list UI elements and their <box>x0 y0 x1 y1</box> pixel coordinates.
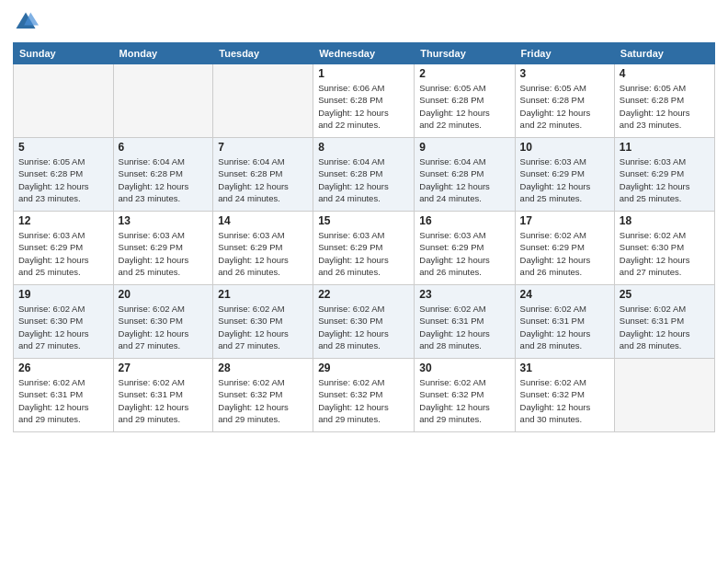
day-info: Sunrise: 6:02 AM Sunset: 6:30 PM Dayligh… <box>218 303 308 351</box>
day-number: 25 <box>620 288 710 301</box>
calendar-cell: 9Sunrise: 6:04 AM Sunset: 6:28 PM Daylig… <box>415 138 515 212</box>
day-info: Sunrise: 6:02 AM Sunset: 6:31 PM Dayligh… <box>419 303 509 351</box>
day-number: 9 <box>419 141 509 154</box>
calendar-cell: 12Sunrise: 6:03 AM Sunset: 6:29 PM Dayli… <box>14 212 114 285</box>
calendar-cell: 7Sunrise: 6:04 AM Sunset: 6:28 PM Daylig… <box>213 138 313 212</box>
day-number: 26 <box>18 362 108 374</box>
calendar-cell <box>113 64 213 138</box>
calendar-cell <box>14 64 114 138</box>
calendar-week-3: 12Sunrise: 6:03 AM Sunset: 6:29 PM Dayli… <box>14 212 715 285</box>
calendar-cell: 17Sunrise: 6:02 AM Sunset: 6:29 PM Dayli… <box>515 212 614 285</box>
day-number: 12 <box>18 214 108 227</box>
calendar-week-2: 5Sunrise: 6:05 AM Sunset: 6:28 PM Daylig… <box>14 138 715 212</box>
day-number: 7 <box>218 141 308 154</box>
weekday-header-wednesday: Wednesday <box>313 43 415 64</box>
header <box>13 9 715 35</box>
day-info: Sunrise: 6:02 AM Sunset: 6:31 PM Dayligh… <box>119 376 209 425</box>
weekday-header-sunday: Sunday <box>14 43 114 64</box>
day-number: 8 <box>318 141 409 154</box>
day-number: 4 <box>620 67 710 80</box>
day-info: Sunrise: 6:02 AM Sunset: 6:32 PM Dayligh… <box>419 376 509 425</box>
day-number: 19 <box>18 288 108 301</box>
calendar-cell: 25Sunrise: 6:02 AM Sunset: 6:31 PM Dayli… <box>614 285 714 359</box>
calendar-cell: 5Sunrise: 6:05 AM Sunset: 6:28 PM Daylig… <box>14 138 114 212</box>
calendar-cell: 15Sunrise: 6:03 AM Sunset: 6:29 PM Dayli… <box>313 212 415 285</box>
day-info: Sunrise: 6:02 AM Sunset: 6:31 PM Dayligh… <box>520 303 609 351</box>
day-number: 17 <box>520 214 609 227</box>
day-info: Sunrise: 6:02 AM Sunset: 6:31 PM Dayligh… <box>18 376 108 425</box>
day-number: 1 <box>318 67 409 80</box>
calendar-cell: 20Sunrise: 6:02 AM Sunset: 6:30 PM Dayli… <box>113 285 213 359</box>
day-info: Sunrise: 6:02 AM Sunset: 6:30 PM Dayligh… <box>18 303 108 351</box>
calendar-cell: 4Sunrise: 6:05 AM Sunset: 6:28 PM Daylig… <box>614 64 714 138</box>
day-number: 3 <box>520 67 609 80</box>
calendar-cell: 16Sunrise: 6:03 AM Sunset: 6:29 PM Dayli… <box>415 212 515 285</box>
weekday-header-monday: Monday <box>113 43 213 64</box>
weekday-header-friday: Friday <box>515 43 614 64</box>
calendar-cell: 23Sunrise: 6:02 AM Sunset: 6:31 PM Dayli… <box>415 285 515 359</box>
calendar-cell: 31Sunrise: 6:02 AM Sunset: 6:32 PM Dayli… <box>515 359 614 432</box>
day-info: Sunrise: 6:05 AM Sunset: 6:28 PM Dayligh… <box>520 82 609 131</box>
day-info: Sunrise: 6:03 AM Sunset: 6:29 PM Dayligh… <box>318 229 409 278</box>
calendar-cell: 14Sunrise: 6:03 AM Sunset: 6:29 PM Dayli… <box>213 212 313 285</box>
day-info: Sunrise: 6:03 AM Sunset: 6:29 PM Dayligh… <box>419 229 509 278</box>
calendar-cell: 27Sunrise: 6:02 AM Sunset: 6:31 PM Dayli… <box>113 359 213 432</box>
calendar-cell: 29Sunrise: 6:02 AM Sunset: 6:32 PM Dayli… <box>313 359 415 432</box>
day-number: 29 <box>318 362 409 374</box>
calendar-cell: 11Sunrise: 6:03 AM Sunset: 6:29 PM Dayli… <box>614 138 714 212</box>
weekday-header-row: SundayMondayTuesdayWednesdayThursdayFrid… <box>14 43 715 64</box>
calendar-cell <box>614 359 714 432</box>
day-info: Sunrise: 6:04 AM Sunset: 6:28 PM Dayligh… <box>419 155 509 204</box>
day-number: 28 <box>218 362 308 374</box>
day-info: Sunrise: 6:02 AM Sunset: 6:30 PM Dayligh… <box>119 303 209 351</box>
day-info: Sunrise: 6:02 AM Sunset: 6:32 PM Dayligh… <box>520 376 609 425</box>
day-info: Sunrise: 6:05 AM Sunset: 6:28 PM Dayligh… <box>419 82 509 131</box>
day-info: Sunrise: 6:03 AM Sunset: 6:29 PM Dayligh… <box>520 155 609 204</box>
calendar-cell: 24Sunrise: 6:02 AM Sunset: 6:31 PM Dayli… <box>515 285 614 359</box>
day-info: Sunrise: 6:02 AM Sunset: 6:32 PM Dayligh… <box>318 376 409 425</box>
calendar-cell: 8Sunrise: 6:04 AM Sunset: 6:28 PM Daylig… <box>313 138 415 212</box>
calendar-cell: 21Sunrise: 6:02 AM Sunset: 6:30 PM Dayli… <box>213 285 313 359</box>
day-number: 20 <box>119 288 209 301</box>
day-info: Sunrise: 6:05 AM Sunset: 6:28 PM Dayligh… <box>620 82 710 131</box>
calendar-cell: 1Sunrise: 6:06 AM Sunset: 6:28 PM Daylig… <box>313 64 415 138</box>
calendar-cell: 30Sunrise: 6:02 AM Sunset: 6:32 PM Dayli… <box>415 359 515 432</box>
day-number: 5 <box>18 141 108 154</box>
day-number: 27 <box>119 362 209 374</box>
weekday-header-saturday: Saturday <box>614 43 714 64</box>
day-number: 16 <box>419 214 509 227</box>
day-info: Sunrise: 6:05 AM Sunset: 6:28 PM Dayligh… <box>18 155 108 204</box>
day-info: Sunrise: 6:02 AM Sunset: 6:31 PM Dayligh… <box>620 303 710 351</box>
day-info: Sunrise: 6:03 AM Sunset: 6:29 PM Dayligh… <box>18 229 108 278</box>
day-number: 18 <box>620 214 710 227</box>
weekday-header-tuesday: Tuesday <box>213 43 313 64</box>
day-info: Sunrise: 6:03 AM Sunset: 6:29 PM Dayligh… <box>218 229 308 278</box>
calendar-cell: 2Sunrise: 6:05 AM Sunset: 6:28 PM Daylig… <box>415 64 515 138</box>
calendar-cell: 19Sunrise: 6:02 AM Sunset: 6:30 PM Dayli… <box>14 285 114 359</box>
weekday-header-thursday: Thursday <box>415 43 515 64</box>
day-number: 6 <box>119 141 209 154</box>
calendar-cell: 13Sunrise: 6:03 AM Sunset: 6:29 PM Dayli… <box>113 212 213 285</box>
day-number: 10 <box>520 141 609 154</box>
day-number: 11 <box>620 141 710 154</box>
calendar-table: SundayMondayTuesdayWednesdayThursdayFrid… <box>13 42 715 432</box>
calendar-cell: 18Sunrise: 6:02 AM Sunset: 6:30 PM Dayli… <box>614 212 714 285</box>
day-info: Sunrise: 6:02 AM Sunset: 6:29 PM Dayligh… <box>520 229 609 278</box>
day-number: 13 <box>119 214 209 227</box>
calendar-week-5: 26Sunrise: 6:02 AM Sunset: 6:31 PM Dayli… <box>14 359 715 432</box>
day-info: Sunrise: 6:02 AM Sunset: 6:30 PM Dayligh… <box>318 303 409 351</box>
day-number: 23 <box>419 288 509 301</box>
calendar-cell: 28Sunrise: 6:02 AM Sunset: 6:32 PM Dayli… <box>213 359 313 432</box>
calendar-cell: 6Sunrise: 6:04 AM Sunset: 6:28 PM Daylig… <box>113 138 213 212</box>
calendar-cell: 3Sunrise: 6:05 AM Sunset: 6:28 PM Daylig… <box>515 64 614 138</box>
day-info: Sunrise: 6:04 AM Sunset: 6:28 PM Dayligh… <box>318 155 409 204</box>
logo-icon <box>13 9 39 35</box>
day-number: 14 <box>218 214 308 227</box>
day-number: 2 <box>419 67 509 80</box>
day-info: Sunrise: 6:02 AM Sunset: 6:32 PM Dayligh… <box>218 376 308 425</box>
calendar-cell: 10Sunrise: 6:03 AM Sunset: 6:29 PM Dayli… <box>515 138 614 212</box>
day-info: Sunrise: 6:02 AM Sunset: 6:30 PM Dayligh… <box>620 229 710 278</box>
calendar-week-4: 19Sunrise: 6:02 AM Sunset: 6:30 PM Dayli… <box>14 285 715 359</box>
day-number: 21 <box>218 288 308 301</box>
day-number: 30 <box>419 362 509 374</box>
